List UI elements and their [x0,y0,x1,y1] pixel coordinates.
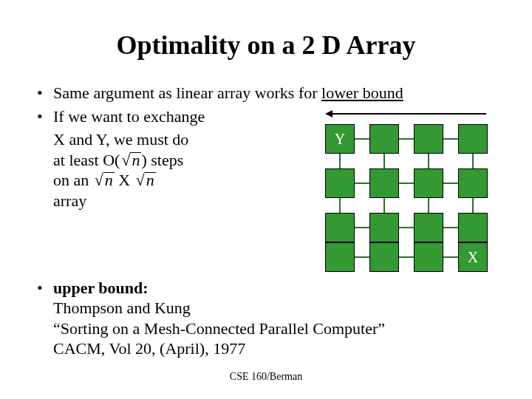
bullet-dot: • [37,278,53,359]
bullet-3-line-3: CACM, Vol 20, (April), 1977 [53,339,245,358]
bullet-2-line-3a: on an [53,171,93,189]
content-row: • If we want to exchange X and Y, we mus… [37,106,495,265]
grid-cell [414,168,443,198]
slide-title: Optimality on a 2 D Array [37,30,495,61]
mesh-diagram: Y X [318,109,495,265]
bullet-dot: • [37,106,53,127]
bullet-2-line-2a: at least O( [53,151,120,169]
bullet-2-line-4: array [53,191,303,211]
bullet-2-line-1: X and Y, we must do [53,129,303,150]
bullet-3-line-1: Thompson and Kung [53,299,191,317]
bullet-3-text: upper bound: Thompson and Kung “Sorting … [53,278,495,359]
bullet-2-line-3b: X [118,171,130,189]
grid-cell [325,168,355,198]
grid-cell [369,242,399,272]
grid-cell [369,124,399,154]
grid-cell [369,213,399,242]
sqrt-expr-3: √n [134,170,156,191]
bullet-1-text: Same argument as linear array works for … [53,83,495,103]
grid-cell [414,213,443,242]
slide-footer: CSE 160/Berman [0,371,532,383]
grid-cell [458,213,488,242]
sqrt-arg-1: n [130,152,141,168]
cell-label-x: X [458,242,488,272]
bullet-3-line-2: “Sorting on a Mesh-Connected Parallel Co… [53,319,385,338]
bullet-3-label: upper bound: [53,279,149,297]
arrow-icon [325,109,488,118]
bullet-2-line-2: at least O(√n) steps [53,150,303,171]
left-column: • If we want to exchange X and Y, we mus… [37,106,303,211]
grid-cell [458,124,488,154]
sqrt-arg-3: n [145,172,156,188]
bullet-2-line-3: on an √n X √n [53,170,303,191]
bullet-dot: • [37,83,53,103]
grid-cell [325,242,355,272]
sqrt-expr-1: √n [120,150,141,171]
bullet-2: • If we want to exchange [37,106,303,127]
grid-cell [325,213,355,242]
grid-cell [414,124,443,154]
bullet-1: • Same argument as linear array works fo… [37,83,495,103]
grid-cell [369,168,399,198]
grid-cell [458,168,488,198]
sqrt-expr-2: √n [93,170,115,191]
bullet-2-text: If we want to exchange [53,106,303,127]
cell-label-y: Y [325,124,355,154]
bullet-1-part-a: Same argument as linear array works for [53,83,321,102]
slide: Optimality on a 2 D Array • Same argumen… [0,0,532,399]
bullet-1-part-b: lower bound [321,83,403,102]
bullet-3: • upper bound: Thompson and Kung “Sortin… [37,278,495,359]
grid-cell [414,242,443,272]
sqrt-arg-2: n [103,172,115,188]
bullet-2-line-2b: ) steps [141,151,183,169]
